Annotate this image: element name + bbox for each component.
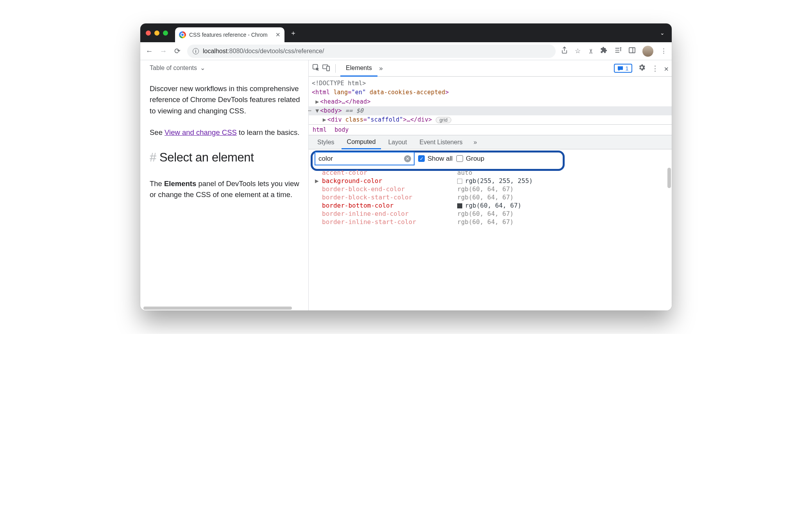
tab-layout[interactable]: Layout — [383, 135, 412, 149]
tab-strip: CSS features reference - Chrom ✕ ＋ ⌄ — [140, 23, 672, 42]
scissors-icon[interactable]: ✂ — [587, 48, 595, 54]
maximize-window-button[interactable] — [163, 30, 168, 36]
close-tab-button[interactable]: ✕ — [275, 31, 281, 38]
color-swatch-icon[interactable] — [457, 203, 462, 208]
window-controls — [146, 30, 168, 36]
collapse-triangle-icon[interactable]: ▼ — [315, 106, 320, 115]
div-scaffold-node[interactable]: ▶<div class="scaffold">…</div> grid — [312, 115, 669, 124]
breadcrumb-html[interactable]: html — [313, 126, 327, 133]
expand-triangle-icon[interactable]: ▶ — [315, 97, 320, 106]
elements-tab[interactable]: Elements — [340, 60, 377, 77]
chrome-favicon-icon — [179, 31, 186, 38]
expand-triangle-icon[interactable]: ▶ — [315, 177, 319, 185]
browser-toolbar: ← → ⟳ i localhost:8080/docs/devtools/css… — [140, 42, 672, 60]
horizontal-scrollbar[interactable] — [143, 307, 292, 310]
back-button[interactable]: ← — [145, 47, 154, 56]
checkbox-unchecked-icon — [456, 155, 463, 162]
more-tabs-icon[interactable]: » — [379, 65, 383, 72]
computed-filter-row: ✕ ✓ Show all Group — [309, 149, 672, 168]
styles-pane-tabs: Styles Computed Layout Event Listeners » — [309, 135, 672, 149]
head-node[interactable]: ▶<head>…</head> — [312, 97, 669, 106]
clear-filter-icon[interactable]: ✕ — [404, 155, 411, 162]
computed-row[interactable]: border-block-end-color rgb(60, 64, 67) — [309, 185, 672, 193]
devtools-kebab-icon[interactable]: ⋮ — [651, 64, 659, 73]
doctype-node[interactable]: <!DOCTYPE html> — [312, 79, 669, 88]
content-area: Table of contents ⌄ Discover new workflo… — [140, 60, 672, 310]
more-subtabs-icon[interactable]: » — [474, 139, 477, 146]
section-heading: # Select an element — [150, 148, 300, 167]
url-text: localhost:8080/docs/devtools/css/referen… — [203, 48, 324, 55]
tab-title: CSS features reference - Chrom — [189, 32, 272, 38]
grid-badge[interactable]: grid — [436, 117, 452, 123]
dom-tree[interactable]: <!DOCTYPE html> <html lang="en" data-coo… — [309, 77, 672, 124]
tab-computed[interactable]: Computed — [342, 135, 381, 149]
devtools-pane: Elements » 1 ⋮ ✕ <!DOCTYPE html> < — [308, 60, 672, 310]
breadcrumb-body[interactable]: body — [334, 126, 349, 133]
breadcrumb: html body — [309, 124, 672, 135]
browser-tab[interactable]: CSS features reference - Chrom ✕ — [175, 27, 284, 42]
site-info-icon[interactable]: i — [193, 48, 199, 54]
computed-row[interactable]: border-inline-start-color rgb(60, 64, 67… — [309, 218, 672, 226]
reload-button[interactable]: ⟳ — [173, 47, 182, 56]
see-paragraph: See View and change CSS to learn the bas… — [150, 127, 300, 138]
computed-properties-list: accent-color auto ▶ background-color rgb… — [309, 168, 672, 310]
hash-anchor-icon[interactable]: # — [150, 151, 156, 164]
side-panel-icon[interactable] — [629, 47, 635, 55]
address-bar[interactable]: i localhost:8080/docs/devtools/css/refer… — [187, 45, 556, 58]
tab-styles[interactable]: Styles — [312, 135, 340, 149]
body-node-selected[interactable]: ⋯ ▼<body> == $0 — [309, 106, 672, 115]
extensions-icon[interactable] — [600, 47, 607, 56]
checkbox-checked-icon: ✓ — [418, 155, 425, 162]
devtools-close-icon[interactable]: ✕ — [664, 64, 669, 73]
webpage-pane: Table of contents ⌄ Discover new workflo… — [140, 60, 308, 310]
elements-paragraph: The Elements panel of DevTools lets you … — [150, 178, 300, 201]
profile-avatar[interactable] — [642, 46, 653, 57]
toolbar-actions: ☆ ✂ ⋮ — [561, 46, 667, 57]
computed-row[interactable]: border-block-start-color rgb(60, 64, 67) — [309, 193, 672, 201]
devtools-toolbar: Elements » 1 ⋮ ✕ — [309, 60, 672, 77]
computed-row[interactable]: ▶ background-color rgb(255, 255, 255) — [309, 177, 672, 185]
filter-input[interactable] — [315, 152, 414, 165]
browser-window: CSS features reference - Chrom ✕ ＋ ⌄ ← →… — [140, 23, 672, 310]
issues-badge[interactable]: 1 — [614, 64, 632, 73]
group-checkbox[interactable]: Group — [456, 155, 484, 163]
svg-rect-4 — [327, 66, 329, 71]
forward-button: → — [159, 47, 168, 56]
intro-paragraph: Discover new workflows in this comprehen… — [150, 83, 300, 117]
kebab-menu-icon[interactable]: ⋮ — [660, 47, 667, 55]
computed-row[interactable]: border-inline-end-color rgb(60, 64, 67) — [309, 210, 672, 218]
tab-event-listeners[interactable]: Event Listeners — [414, 135, 468, 149]
bookmark-icon[interactable]: ☆ — [575, 47, 581, 55]
chevron-down-icon: ⌄ — [200, 63, 205, 73]
computed-row[interactable]: border-bottom-color rgb(60, 64, 67) — [309, 201, 672, 210]
device-toolbar-icon[interactable] — [322, 64, 331, 73]
minimize-window-button[interactable] — [154, 30, 159, 36]
color-swatch-icon[interactable] — [457, 179, 462, 184]
computed-row[interactable]: accent-color auto — [309, 169, 672, 177]
ellipsis-icon[interactable]: ⋯ — [308, 106, 312, 115]
show-all-checkbox[interactable]: ✓ Show all — [418, 155, 453, 163]
svg-rect-0 — [629, 47, 635, 52]
tabs-chevron-icon[interactable]: ⌄ — [660, 30, 667, 36]
view-change-css-link[interactable]: View and change CSS — [165, 128, 237, 136]
close-window-button[interactable] — [146, 30, 151, 36]
html-node[interactable]: <html lang="en" data-cookies-accepted> — [312, 88, 669, 97]
table-of-contents-toggle[interactable]: Table of contents ⌄ — [150, 63, 300, 73]
settings-gear-icon[interactable] — [638, 63, 646, 73]
new-tab-button[interactable]: ＋ — [290, 29, 297, 38]
inspect-element-icon[interactable] — [312, 63, 320, 74]
share-icon[interactable] — [561, 47, 568, 56]
reading-list-icon[interactable] — [614, 47, 622, 56]
expand-triangle-icon[interactable]: ▶ — [323, 115, 327, 124]
